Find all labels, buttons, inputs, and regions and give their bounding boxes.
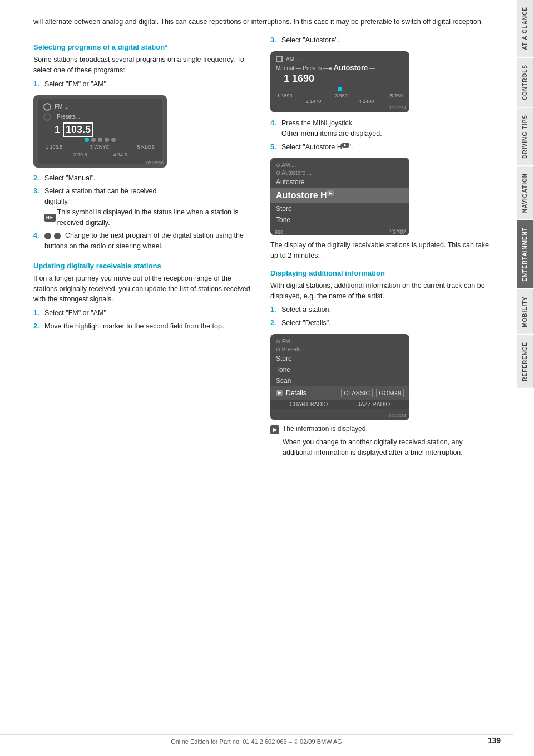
step-text: Select a station that can be received di…: [44, 186, 254, 228]
am-autostore-screen: AM ... Manual — Presets —● Autostore — 1…: [270, 51, 409, 112]
step-num: 2.: [33, 173, 41, 184]
section1-body: Some stations broadcast several programs…: [33, 55, 254, 76]
step-text: Move the highlight marker to the second …: [44, 321, 224, 332]
list-item: 4. Press the MINI joystick.Other menu it…: [270, 118, 491, 139]
step-num: 3.: [33, 186, 41, 228]
info-note-text: The information is displayed.: [283, 425, 368, 433]
details-label: Details: [286, 389, 306, 397]
section2-body: If on a longer journey you move out of t…: [33, 273, 254, 305]
step-text: Press the MINI joystick.Other menu items…: [281, 118, 382, 139]
screen-id: 0516558: [146, 160, 164, 165]
menu-item-autostore-hd-highlighted: Autostore H►: [270, 188, 409, 203]
am-label: AM ...: [286, 56, 300, 62]
list-item: 4. Change to the next program of the dig…: [33, 230, 254, 252]
side-tabs: AT A GLANCE CONTROLS DRIVING TIPS NAVIGA…: [513, 0, 534, 756]
tab-mobility[interactable]: MOBILITY: [517, 289, 534, 334]
section-heading-display: Displaying additional information: [270, 269, 491, 277]
gong9-label: GONG9: [376, 389, 404, 397]
screen-id: 0516533: [389, 413, 406, 418]
step-text: Select a station.: [281, 305, 331, 315]
list-item: 1. Select "FM" or "AM".: [33, 79, 254, 90]
freq-item: 4 94.3: [113, 152, 127, 158]
freq-item: 2 99.3: [73, 152, 87, 158]
step-text: Select "FM" or "AM".: [44, 79, 108, 90]
am-label2: ⊙ AM ...: [276, 162, 296, 168]
tab-entertainment[interactable]: ENTERTAINMENT: [517, 220, 534, 288]
menu-item-store: Store: [270, 203, 409, 214]
display-body: With digital stations, additional inform…: [270, 281, 491, 302]
fm-presets-label: ⊙ Presets: [270, 346, 409, 353]
ds-details-row: ▶ Details CLASSIC GONG9: [270, 386, 409, 400]
step-text: Select "FM" or "AM".: [44, 308, 108, 318]
section-heading-updating: Updating digitally receivable stations: [33, 262, 254, 270]
presets-icon: [43, 113, 51, 121]
nav-dot: [338, 87, 342, 91]
list-item: 2. Select "Details".: [270, 318, 491, 328]
info-body: When you change to another digitally rec…: [283, 437, 491, 458]
step-text: Select "Autostore".: [281, 35, 339, 46]
tab-driving-tips[interactable]: DRIVING TIPS: [517, 108, 534, 165]
classic-label: CLASSIC: [341, 389, 373, 397]
step-num: 3.: [270, 35, 278, 46]
ds-store: Store: [270, 353, 409, 364]
hd-icon: H►: [44, 214, 56, 222]
freq-item: 4 1480: [359, 99, 374, 104]
screen-id: 0516534: [389, 105, 406, 110]
footer-text: Online Edition for Part no. 01 41 2 602 …: [171, 738, 342, 745]
update-note: The display of the digitally receivable …: [270, 240, 491, 261]
fm-presets-screen: FM ... Presets ... 1 103.5: [33, 95, 167, 168]
tab-reference[interactable]: REFERENCE: [517, 335, 534, 388]
am-main-freq: 1 1690: [284, 73, 404, 85]
list-item: 3. Select "Autostore".: [270, 35, 491, 46]
step-num: 5.: [270, 142, 278, 153]
menu-item-tone: Tone: [270, 214, 409, 225]
dot: [91, 138, 96, 142]
presets-label: Presets ...: [57, 114, 82, 120]
list-item: 3. Select a station that can be received…: [33, 186, 254, 228]
step-text: Select "Manual".: [44, 173, 96, 184]
step-num: 1.: [33, 308, 41, 318]
two-column-layout: Selecting programs of a digital station*…: [33, 35, 491, 461]
step-text: Select "Autostore H►".: [281, 142, 353, 153]
fm-label: FM ...: [55, 104, 69, 110]
list-item: 1. Select a station.: [270, 305, 491, 315]
dot: [85, 138, 89, 142]
ds-tone: Tone: [270, 364, 409, 375]
list-item: 2. Select "Manual".: [33, 173, 254, 184]
freq-item: 3 960: [335, 93, 348, 99]
dot: [111, 138, 116, 142]
hd-icon-small: ►: [342, 143, 349, 148]
step-num: 4.: [270, 118, 278, 139]
page-number: 139: [488, 736, 501, 745]
autostore-menu-screen: ⊙ AM ... ⊙ Autostore ... Autostore Autos…: [270, 158, 409, 235]
list-item: 5. Select "Autostore H►".: [270, 142, 491, 153]
freq-bottom: 960: [275, 229, 283, 235]
freq-item: 2 1470: [306, 99, 322, 104]
freq-item: 5 KLOS: [137, 144, 155, 150]
tab-at-a-glance[interactable]: AT A GLANCE: [517, 0, 534, 57]
step-text: Select "Details".: [281, 318, 331, 328]
manual-presets-label: Manual — Presets —● Autostore —: [276, 63, 404, 72]
freq-highlighted: 103.5: [63, 122, 93, 137]
dot: [105, 138, 109, 142]
details-icon: ▶: [276, 390, 283, 396]
tab-controls[interactable]: CONTROLS: [517, 58, 534, 107]
left-column: Selecting programs of a digital station*…: [33, 35, 254, 461]
page-footer: Online Edition for Part no. 01 41 2 602 …: [0, 734, 513, 745]
dot: [98, 138, 102, 142]
step-num: 4.: [33, 230, 41, 252]
tab-navigation[interactable]: NAVIGATION: [517, 166, 534, 219]
main-content: will alternate between analog and digita…: [0, 0, 513, 756]
autostore-sub-label: ⊙ Autostore ...: [276, 170, 312, 176]
freq-item: 1 1690: [277, 93, 293, 99]
step-num: 2.: [270, 318, 278, 328]
step-num: 1.: [270, 305, 278, 315]
freq-item: 3 WNYC: [90, 144, 110, 150]
step-text: Change to the next program of the digita…: [44, 230, 254, 252]
prev-icon: [44, 233, 51, 239]
freq-item: 5 760: [390, 93, 403, 99]
fm-header-label: ⊙ FM ...: [276, 338, 296, 345]
screen-id: 0516534: [389, 228, 406, 233]
step-num: 1.: [33, 79, 41, 90]
fm-details-screen: ⊙ FM ... ⊙ Presets Store Tone Scan ▶ Det…: [270, 334, 409, 420]
